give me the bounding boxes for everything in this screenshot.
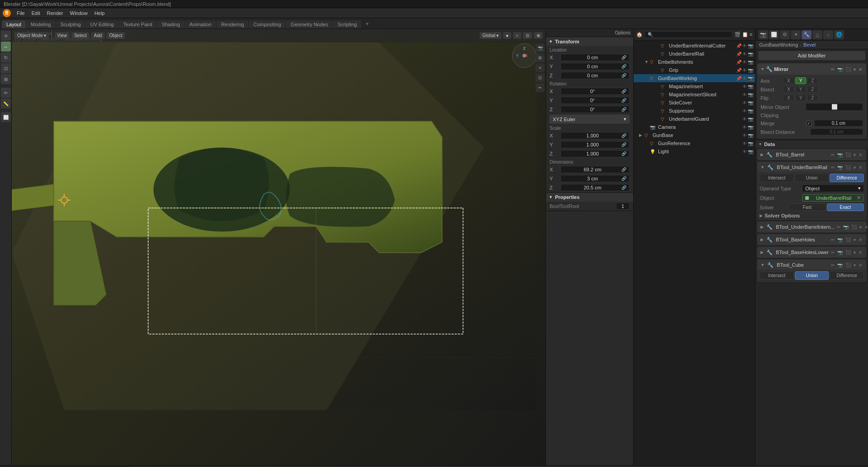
data-section-header[interactable]: ▼ Data [756,140,868,148]
dim-x-link-icon[interactable]: 🔗 [621,167,626,172]
object-eye-icon[interactable]: 👁 [742,117,747,122]
btool-ubr-difference[interactable]: Difference [830,174,864,182]
mirror-bisect-y[interactable]: Y [795,86,807,93]
location-x-link-icon[interactable]: 🔗 [621,55,626,60]
xray-toggle[interactable]: ⊕ [534,32,543,39]
btool-barrel-camera[interactable]: 📷 [836,152,844,157]
mirror-axis-z[interactable]: Z [807,77,818,84]
dim-y-field[interactable]: 3 cm 🔗 [560,175,630,182]
outliner-scene-icon[interactable]: 🏠 [636,32,643,38]
tree-item-gun-reference[interactable]: ▽ GunReference 👁 📷 [634,139,755,147]
viewport-zoom-region[interactable]: ⊞ [536,53,545,62]
location-z-link-icon[interactable]: 🔗 [621,73,626,78]
euler-mode-dropdown[interactable]: XYZ Euler ▾ [550,115,630,123]
tool-move[interactable]: ↔ [1,42,11,52]
btool-cube-union[interactable]: Union [795,271,829,280]
tree-item-light[interactable]: 💡 Light 👁 📷 [634,147,755,156]
btool-bhl-close[interactable]: ✕ [858,250,863,255]
btool-bh-down[interactable]: ▾ [853,237,857,242]
btool-barrel-header[interactable]: ▶ 🔧 BTool_Barrel ✏ 📷 ⬛ ▾ ✕ [758,150,866,160]
tree-item-side-cover[interactable]: ▽ SideCover 👁 📷 [634,99,755,107]
tree-item-camera[interactable]: 📷 Camera 👁 📷 [634,123,755,131]
scene-selector[interactable]: 🎬 [734,32,741,38]
menu-edit[interactable]: Edit [28,9,43,17]
btool-bhl-render[interactable]: ⬛ [845,250,852,255]
object-eye-icon[interactable]: 👁 [742,100,747,105]
mirror-merge-value[interactable]: 0.1 cm [814,120,863,127]
shading-mode-solid[interactable]: ● [503,32,511,39]
tool-transform[interactable]: ⊞ [1,74,11,84]
object-render-icon[interactable]: 📷 [748,133,753,138]
properties-object-data-tab[interactable]: △ [812,30,822,39]
menu-render[interactable]: Render [44,9,66,17]
dim-z-link-icon[interactable]: 🔗 [621,185,626,190]
mirror-flip-x[interactable]: X [783,94,794,101]
mirror-merge-checkbox[interactable]: ✓ [806,121,812,126]
btool-ubr-solver-fast[interactable]: Fast [789,203,826,211]
btool-bh-edit[interactable]: ✏ [830,237,835,242]
btool-ubr-close[interactable]: ✕ [858,165,863,170]
viewport-meta[interactable]: ⊡ [536,73,545,82]
object-eye-icon[interactable]: 👁 [742,43,747,48]
tree-item-magazine-insert-sliced[interactable]: ▽ MagazineInsertSliced 👁 📷 [634,90,755,99]
tab-rendering[interactable]: Rendering [216,20,248,28]
viewport-zoom-camera[interactable]: 📷 [536,43,545,52]
properties-wrench-tab[interactable]: 🔧 [802,30,812,39]
btool-ubr-union[interactable]: Union [795,174,829,182]
mirror-axis-x[interactable]: X [783,77,794,84]
object-render-icon[interactable]: 📷 [748,117,753,122]
btool-ubr-edit[interactable]: ✏ [830,165,835,170]
properties-modifier-tab[interactable]: ⚙ [780,30,790,39]
select-menu[interactable]: Select [71,32,89,39]
mirror-render-icon[interactable]: ⬛ [845,66,852,72]
btool-cube-edit[interactable]: ✏ [830,263,835,268]
mirror-axis-y[interactable]: Y [795,77,807,84]
object-render-icon[interactable]: 📷 [748,52,753,57]
rotation-y-link-icon[interactable]: 🔗 [621,98,626,103]
btool-ubr-object-clear[interactable]: ✕ [857,195,861,201]
object-eye-icon[interactable]: 👁 [742,92,747,97]
viewport-edit[interactable]: ✏ [536,83,545,92]
tab-texture-paint[interactable]: Texture Paint [119,20,157,28]
menu-window[interactable]: Window [67,9,91,17]
tab-compositing[interactable]: Compositing [249,20,285,28]
btool-ubr-solver-exact[interactable]: Exact [827,203,864,211]
tree-arrow-gun-base[interactable]: ▶ [639,133,644,137]
object-eye-icon[interactable]: 👁 [742,149,747,154]
rotation-z-link-icon[interactable]: 🔗 [621,107,626,112]
tab-add[interactable]: + [362,19,373,28]
btool-ubr-solver-options[interactable]: ▶ Solver Options [758,212,866,219]
scale-z-link-icon[interactable]: 🔗 [621,151,626,156]
btool-barrel-edit[interactable]: ✏ [830,152,835,157]
tool-add-cube[interactable]: ⬜ [1,112,11,122]
mirror-flip-y[interactable]: Y [795,94,807,101]
btool-ubi-edit[interactable]: ✏ [836,225,841,230]
object-render-icon[interactable]: 📷 [748,141,753,146]
object-render-icon[interactable]: 📷 [748,76,753,81]
tool-rotate[interactable]: ↻ [1,52,11,62]
properties-material-tab[interactable]: ○ [823,30,833,39]
scale-y-field[interactable]: 1.000 🔗 [560,141,630,148]
btool-bhl-header[interactable]: ▶ 🔧 BTool_BaseHolesLower ✏ 📷 ⬛ ▾ ✕ [758,247,866,257]
btool-barrel-close[interactable]: ✕ [858,152,863,157]
rotation-y-field[interactable]: 0° 🔗 [560,97,630,104]
tab-uv-editing[interactable]: UV Editing [86,20,118,28]
object-render-icon[interactable]: 📷 [748,68,753,73]
object-pin-icon[interactable]: 📌 [736,52,742,57]
btool-cube-camera[interactable]: 📷 [836,263,844,268]
btool-barrel-render[interactable]: ⬛ [845,152,852,157]
btool-bhl-camera[interactable]: 📷 [836,250,844,255]
btool-ubi-camera[interactable]: 📷 [842,225,849,230]
object-pin-icon[interactable]: 📌 [736,43,742,48]
tree-item-underbarrel-guard[interactable]: ▽ UnderbarrelGuard 👁 📷 [634,115,755,123]
properties-particles-tab[interactable]: ✦ [791,30,801,39]
object-render-icon[interactable]: 📷 [748,108,753,113]
object-eye-icon[interactable]: 👁 [742,52,747,57]
tab-modeling[interactable]: Modeling [26,20,56,28]
tree-item-suppressor[interactable]: ▽ Suppressor 👁 📷 [634,107,755,115]
global-selector[interactable]: Global ▾ [480,32,501,39]
object-eye-icon[interactable]: 👁 [742,108,747,113]
gizmo-x-axis[interactable]: X [525,53,527,58]
tool-measure[interactable]: 📏 [1,99,11,108]
btool-cube-header[interactable]: ▼ 🔧 BTool_Cube ✏ 📷 ⬛ ▾ ✕ [758,260,866,270]
